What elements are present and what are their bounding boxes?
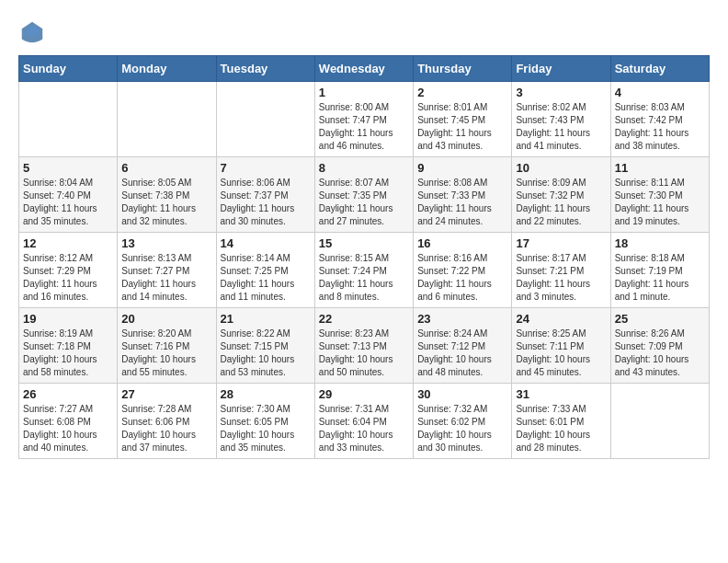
- calendar-cell: 12Sunrise: 8:12 AM Sunset: 7:29 PM Dayli…: [19, 233, 118, 308]
- day-info: Sunrise: 8:03 AM Sunset: 7:42 PM Dayligh…: [615, 101, 705, 153]
- day-number: 9: [417, 161, 507, 175]
- day-number: 31: [516, 387, 606, 401]
- calendar-cell: 2Sunrise: 8:01 AM Sunset: 7:45 PM Daylig…: [414, 82, 512, 157]
- day-info: Sunrise: 8:08 AM Sunset: 7:33 PM Dayligh…: [417, 177, 507, 228]
- calendar-week-row: 5Sunrise: 8:04 AM Sunset: 7:40 PM Daylig…: [19, 157, 710, 233]
- calendar-week-row: 12Sunrise: 8:12 AM Sunset: 7:29 PM Dayli…: [19, 233, 710, 308]
- calendar-cell: 23Sunrise: 8:24 AM Sunset: 7:12 PM Dayli…: [414, 308, 512, 384]
- day-number: 30: [417, 387, 507, 401]
- day-number: 20: [121, 312, 211, 326]
- day-number: 24: [516, 312, 606, 326]
- day-number: 13: [121, 236, 211, 250]
- day-info: Sunrise: 8:13 AM Sunset: 7:27 PM Dayligh…: [121, 252, 211, 304]
- calendar-cell: 11Sunrise: 8:11 AM Sunset: 7:30 PM Dayli…: [610, 157, 709, 233]
- weekday-header: Tuesday: [216, 56, 314, 82]
- calendar-cell: 20Sunrise: 8:20 AM Sunset: 7:16 PM Dayli…: [118, 308, 216, 384]
- calendar-cell: 3Sunrise: 8:02 AM Sunset: 7:43 PM Daylig…: [512, 82, 610, 157]
- day-number: 16: [417, 236, 507, 250]
- day-number: 7: [221, 161, 311, 175]
- calendar-week-row: 1Sunrise: 8:00 AM Sunset: 7:47 PM Daylig…: [19, 82, 710, 157]
- day-number: 23: [417, 312, 507, 326]
- weekday-header: Wednesday: [314, 56, 413, 82]
- day-info: Sunrise: 8:22 AM Sunset: 7:15 PM Dayligh…: [221, 327, 311, 379]
- calendar-cell: 16Sunrise: 8:16 AM Sunset: 7:22 PM Dayli…: [414, 233, 512, 308]
- day-number: 15: [319, 236, 409, 250]
- day-number: 2: [417, 86, 507, 99]
- day-info: Sunrise: 8:11 AM Sunset: 7:30 PM Dayligh…: [615, 177, 705, 228]
- day-info: Sunrise: 8:26 AM Sunset: 7:09 PM Dayligh…: [615, 327, 705, 379]
- day-number: 12: [23, 236, 113, 250]
- calendar-cell: 9Sunrise: 8:08 AM Sunset: 7:33 PM Daylig…: [414, 157, 512, 233]
- day-number: 22: [319, 312, 409, 326]
- calendar-cell: 5Sunrise: 8:04 AM Sunset: 7:40 PM Daylig…: [19, 157, 118, 233]
- calendar-cell: [19, 82, 118, 157]
- day-info: Sunrise: 7:28 AM Sunset: 6:06 PM Dayligh…: [121, 403, 211, 454]
- calendar-cell: [118, 82, 216, 157]
- day-number: 17: [516, 236, 606, 250]
- calendar-week-row: 19Sunrise: 8:19 AM Sunset: 7:18 PM Dayli…: [19, 308, 710, 384]
- day-info: Sunrise: 8:20 AM Sunset: 7:16 PM Dayligh…: [121, 327, 211, 379]
- day-number: 28: [221, 387, 311, 401]
- day-info: Sunrise: 8:01 AM Sunset: 7:45 PM Dayligh…: [417, 101, 507, 153]
- day-info: Sunrise: 8:24 AM Sunset: 7:12 PM Dayligh…: [417, 327, 507, 379]
- day-info: Sunrise: 8:19 AM Sunset: 7:18 PM Dayligh…: [23, 327, 113, 379]
- calendar-cell: 29Sunrise: 7:31 AM Sunset: 6:04 PM Dayli…: [314, 384, 413, 459]
- calendar-cell: [610, 384, 709, 459]
- day-number: 19: [23, 312, 113, 326]
- logo: [18, 18, 50, 46]
- calendar-cell: 15Sunrise: 8:15 AM Sunset: 7:24 PM Dayli…: [314, 233, 413, 308]
- day-number: 4: [615, 86, 705, 99]
- day-number: 14: [221, 236, 311, 250]
- calendar-cell: 6Sunrise: 8:05 AM Sunset: 7:38 PM Daylig…: [118, 157, 216, 233]
- day-info: Sunrise: 8:12 AM Sunset: 7:29 PM Dayligh…: [23, 252, 113, 304]
- calendar-cell: 7Sunrise: 8:06 AM Sunset: 7:37 PM Daylig…: [216, 157, 314, 233]
- day-number: 5: [23, 161, 113, 175]
- logo-icon: [18, 18, 46, 46]
- day-info: Sunrise: 8:04 AM Sunset: 7:40 PM Dayligh…: [23, 177, 113, 228]
- calendar-cell: 14Sunrise: 8:14 AM Sunset: 7:25 PM Dayli…: [216, 233, 314, 308]
- day-info: Sunrise: 8:25 AM Sunset: 7:11 PM Dayligh…: [516, 327, 606, 379]
- day-info: Sunrise: 8:15 AM Sunset: 7:24 PM Dayligh…: [319, 252, 409, 304]
- weekday-header: Saturday: [610, 56, 709, 82]
- day-info: Sunrise: 7:31 AM Sunset: 6:04 PM Dayligh…: [319, 403, 409, 454]
- day-info: Sunrise: 7:32 AM Sunset: 6:02 PM Dayligh…: [417, 403, 507, 454]
- calendar-cell: 21Sunrise: 8:22 AM Sunset: 7:15 PM Dayli…: [216, 308, 314, 384]
- calendar-cell: 17Sunrise: 8:17 AM Sunset: 7:21 PM Dayli…: [512, 233, 610, 308]
- calendar-cell: 28Sunrise: 7:30 AM Sunset: 6:05 PM Dayli…: [216, 384, 314, 459]
- calendar-table: SundayMondayTuesdayWednesdayThursdayFrid…: [18, 55, 710, 459]
- calendar-cell: 1Sunrise: 8:00 AM Sunset: 7:47 PM Daylig…: [314, 82, 413, 157]
- day-info: Sunrise: 7:27 AM Sunset: 6:08 PM Dayligh…: [23, 403, 113, 454]
- calendar-cell: 24Sunrise: 8:25 AM Sunset: 7:11 PM Dayli…: [512, 308, 610, 384]
- day-info: Sunrise: 8:07 AM Sunset: 7:35 PM Dayligh…: [319, 177, 409, 228]
- calendar-cell: 30Sunrise: 7:32 AM Sunset: 6:02 PM Dayli…: [414, 384, 512, 459]
- day-number: 1: [319, 86, 409, 99]
- calendar-cell: 25Sunrise: 8:26 AM Sunset: 7:09 PM Dayli…: [610, 308, 709, 384]
- weekday-header: Monday: [118, 56, 216, 82]
- day-info: Sunrise: 7:30 AM Sunset: 6:05 PM Dayligh…: [221, 403, 311, 454]
- day-number: 27: [121, 387, 211, 401]
- day-info: Sunrise: 7:33 AM Sunset: 6:01 PM Dayligh…: [516, 403, 606, 454]
- day-info: Sunrise: 8:06 AM Sunset: 7:37 PM Dayligh…: [221, 177, 311, 228]
- day-number: 10: [516, 161, 606, 175]
- calendar-cell: 27Sunrise: 7:28 AM Sunset: 6:06 PM Dayli…: [118, 384, 216, 459]
- day-info: Sunrise: 8:16 AM Sunset: 7:22 PM Dayligh…: [417, 252, 507, 304]
- calendar-cell: 10Sunrise: 8:09 AM Sunset: 7:32 PM Dayli…: [512, 157, 610, 233]
- calendar-cell: 31Sunrise: 7:33 AM Sunset: 6:01 PM Dayli…: [512, 384, 610, 459]
- day-info: Sunrise: 8:14 AM Sunset: 7:25 PM Dayligh…: [221, 252, 311, 304]
- calendar-cell: 13Sunrise: 8:13 AM Sunset: 7:27 PM Dayli…: [118, 233, 216, 308]
- day-info: Sunrise: 8:05 AM Sunset: 7:38 PM Dayligh…: [121, 177, 211, 228]
- day-info: Sunrise: 8:02 AM Sunset: 7:43 PM Dayligh…: [516, 101, 606, 153]
- weekday-header: Thursday: [414, 56, 512, 82]
- calendar-cell: 19Sunrise: 8:19 AM Sunset: 7:18 PM Dayli…: [19, 308, 118, 384]
- day-number: 26: [23, 387, 113, 401]
- day-info: Sunrise: 8:09 AM Sunset: 7:32 PM Dayligh…: [516, 177, 606, 228]
- calendar-cell: [216, 82, 314, 157]
- calendar-cell: 18Sunrise: 8:18 AM Sunset: 7:19 PM Dayli…: [610, 233, 709, 308]
- day-number: 3: [516, 86, 606, 99]
- calendar-cell: 22Sunrise: 8:23 AM Sunset: 7:13 PM Dayli…: [314, 308, 413, 384]
- day-number: 6: [121, 161, 211, 175]
- day-number: 21: [221, 312, 311, 326]
- calendar-cell: 26Sunrise: 7:27 AM Sunset: 6:08 PM Dayli…: [19, 384, 118, 459]
- day-info: Sunrise: 8:00 AM Sunset: 7:47 PM Dayligh…: [319, 101, 409, 153]
- day-number: 25: [615, 312, 705, 326]
